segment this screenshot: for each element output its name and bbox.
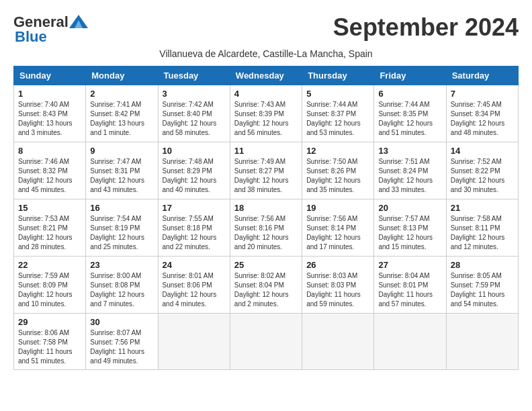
day-number: 24 [163, 260, 226, 270]
day-number: 21 [451, 203, 514, 213]
day-info: Sunrise: 7:46 AMSunset: 8:32 PMDaylight:… [18, 157, 81, 195]
day-number: 10 [163, 146, 226, 156]
calendar-cell: 28Sunrise: 8:05 AMSunset: 7:59 PMDayligh… [446, 257, 518, 314]
calendar-cell: 29Sunrise: 8:06 AMSunset: 7:58 PMDayligh… [14, 314, 86, 370]
day-header-monday: Monday [86, 66, 158, 85]
day-number: 20 [378, 203, 441, 213]
day-info: Sunrise: 8:04 AMSunset: 8:01 PMDaylight:… [378, 271, 441, 309]
day-number: 18 [234, 203, 298, 213]
calendar-cell: 26Sunrise: 8:03 AMSunset: 8:03 PMDayligh… [302, 257, 374, 314]
calendar-cell: 5Sunrise: 7:44 AMSunset: 8:37 PMDaylight… [302, 85, 374, 142]
day-number: 11 [234, 146, 298, 156]
calendar-cell: 19Sunrise: 7:56 AMSunset: 8:14 PMDayligh… [302, 199, 374, 257]
page-header: General Blue September 2024 [13, 13, 519, 46]
day-info: Sunrise: 7:47 AMSunset: 8:31 PMDaylight:… [90, 157, 153, 195]
day-number: 17 [163, 203, 226, 213]
day-number: 16 [90, 203, 153, 213]
day-number: 13 [378, 146, 441, 156]
day-info: Sunrise: 7:41 AMSunset: 8:42 PMDaylight:… [90, 100, 153, 138]
day-number: 5 [306, 89, 369, 99]
day-info: Sunrise: 7:56 AMSunset: 8:16 PMDaylight:… [234, 214, 298, 252]
calendar-cell: 3Sunrise: 7:42 AMSunset: 8:40 PMDaylight… [158, 85, 230, 142]
day-number: 2 [90, 89, 153, 99]
calendar-cell: 23Sunrise: 8:00 AMSunset: 8:08 PMDayligh… [86, 257, 158, 314]
calendar-cell: 25Sunrise: 8:02 AMSunset: 8:04 PMDayligh… [230, 257, 302, 314]
calendar-cell: 8Sunrise: 7:46 AMSunset: 8:32 PMDaylight… [14, 142, 86, 199]
day-number: 19 [306, 203, 369, 213]
day-number: 26 [306, 260, 369, 270]
calendar-cell: 16Sunrise: 7:54 AMSunset: 8:19 PMDayligh… [86, 199, 158, 257]
week-row-2: 8Sunrise: 7:46 AMSunset: 8:32 PMDaylight… [14, 142, 519, 199]
day-number: 12 [306, 146, 369, 156]
calendar-cell [446, 314, 518, 370]
day-info: Sunrise: 7:54 AMSunset: 8:19 PMDaylight:… [90, 214, 153, 252]
calendar-cell: 4Sunrise: 7:43 AMSunset: 8:39 PMDaylight… [230, 85, 302, 142]
week-row-3: 15Sunrise: 7:53 AMSunset: 8:21 PMDayligh… [14, 199, 519, 257]
day-info: Sunrise: 8:02 AMSunset: 8:04 PMDaylight:… [234, 271, 298, 309]
day-info: Sunrise: 7:53 AMSunset: 8:21 PMDaylight:… [18, 214, 81, 252]
day-info: Sunrise: 7:44 AMSunset: 8:35 PMDaylight:… [378, 100, 441, 138]
day-info: Sunrise: 8:05 AMSunset: 7:59 PMDaylight:… [451, 271, 514, 309]
logo-icon [69, 15, 88, 28]
day-number: 4 [234, 89, 298, 99]
day-number: 25 [234, 260, 298, 270]
day-number: 3 [163, 89, 226, 99]
calendar-cell [374, 314, 446, 370]
calendar-cell: 10Sunrise: 7:48 AMSunset: 8:29 PMDayligh… [158, 142, 230, 199]
calendar-cell: 27Sunrise: 8:04 AMSunset: 8:01 PMDayligh… [374, 257, 446, 314]
day-info: Sunrise: 8:03 AMSunset: 8:03 PMDaylight:… [306, 271, 369, 309]
calendar-cell: 21Sunrise: 7:58 AMSunset: 8:11 PMDayligh… [446, 199, 518, 257]
day-info: Sunrise: 8:06 AMSunset: 7:58 PMDaylight:… [18, 328, 81, 366]
day-info: Sunrise: 7:42 AMSunset: 8:40 PMDaylight:… [163, 100, 226, 138]
calendar-cell [302, 314, 374, 370]
day-number: 27 [378, 260, 441, 270]
day-number: 14 [451, 146, 514, 156]
week-row-1: 1Sunrise: 7:40 AMSunset: 8:43 PMDaylight… [14, 85, 519, 142]
calendar-cell: 6Sunrise: 7:44 AMSunset: 8:35 PMDaylight… [374, 85, 446, 142]
week-row-4: 22Sunrise: 7:59 AMSunset: 8:09 PMDayligh… [14, 257, 519, 314]
day-header-tuesday: Tuesday [158, 66, 230, 85]
day-info: Sunrise: 7:59 AMSunset: 8:09 PMDaylight:… [18, 271, 81, 309]
calendar-cell: 12Sunrise: 7:50 AMSunset: 8:26 PMDayligh… [302, 142, 374, 199]
day-number: 30 [90, 317, 153, 327]
day-info: Sunrise: 7:45 AMSunset: 8:34 PMDaylight:… [451, 100, 514, 138]
calendar-cell: 30Sunrise: 8:07 AMSunset: 7:56 PMDayligh… [86, 314, 158, 370]
day-info: Sunrise: 7:55 AMSunset: 8:18 PMDaylight:… [163, 214, 226, 252]
calendar-cell: 9Sunrise: 7:47 AMSunset: 8:31 PMDaylight… [86, 142, 158, 199]
day-info: Sunrise: 7:58 AMSunset: 8:11 PMDaylight:… [451, 214, 514, 252]
calendar-cell [230, 314, 302, 370]
day-header-thursday: Thursday [302, 66, 374, 85]
calendar-cell: 20Sunrise: 7:57 AMSunset: 8:13 PMDayligh… [374, 199, 446, 257]
day-header-saturday: Saturday [446, 66, 518, 85]
day-info: Sunrise: 8:01 AMSunset: 8:06 PMDaylight:… [163, 271, 226, 309]
day-number: 15 [18, 203, 81, 213]
day-number: 6 [378, 89, 441, 99]
day-number: 23 [90, 260, 153, 270]
calendar-cell: 14Sunrise: 7:52 AMSunset: 8:22 PMDayligh… [446, 142, 518, 199]
week-row-5: 29Sunrise: 8:06 AMSunset: 7:58 PMDayligh… [14, 314, 519, 370]
calendar-cell: 2Sunrise: 7:41 AMSunset: 8:42 PMDaylight… [86, 85, 158, 142]
location-subtitle: Villanueva de Alcardete, Castille-La Man… [13, 48, 519, 59]
day-header-friday: Friday [374, 66, 446, 85]
calendar-header-row: SundayMondayTuesdayWednesdayThursdayFrid… [14, 66, 519, 85]
calendar-cell: 7Sunrise: 7:45 AMSunset: 8:34 PMDaylight… [446, 85, 518, 142]
calendar-cell: 24Sunrise: 8:01 AMSunset: 8:06 PMDayligh… [158, 257, 230, 314]
day-info: Sunrise: 7:50 AMSunset: 8:26 PMDaylight:… [306, 157, 369, 195]
calendar-cell: 22Sunrise: 7:59 AMSunset: 8:09 PMDayligh… [14, 257, 86, 314]
day-info: Sunrise: 7:57 AMSunset: 8:13 PMDaylight:… [378, 214, 441, 252]
calendar-cell: 18Sunrise: 7:56 AMSunset: 8:16 PMDayligh… [230, 199, 302, 257]
day-number: 9 [90, 146, 153, 156]
day-number: 29 [18, 317, 81, 327]
month-title: September 2024 [333, 13, 519, 42]
day-info: Sunrise: 8:07 AMSunset: 7:56 PMDaylight:… [90, 328, 153, 366]
day-info: Sunrise: 7:52 AMSunset: 8:22 PMDaylight:… [451, 157, 514, 195]
day-info: Sunrise: 8:00 AMSunset: 8:08 PMDaylight:… [90, 271, 153, 309]
logo: General Blue [13, 13, 88, 46]
day-info: Sunrise: 7:48 AMSunset: 8:29 PMDaylight:… [163, 157, 226, 195]
calendar-cell: 1Sunrise: 7:40 AMSunset: 8:43 PMDaylight… [14, 85, 86, 142]
day-header-sunday: Sunday [14, 66, 86, 85]
day-info: Sunrise: 7:43 AMSunset: 8:39 PMDaylight:… [234, 100, 298, 138]
calendar-cell [158, 314, 230, 370]
day-number: 28 [451, 260, 514, 270]
day-number: 1 [18, 89, 81, 99]
